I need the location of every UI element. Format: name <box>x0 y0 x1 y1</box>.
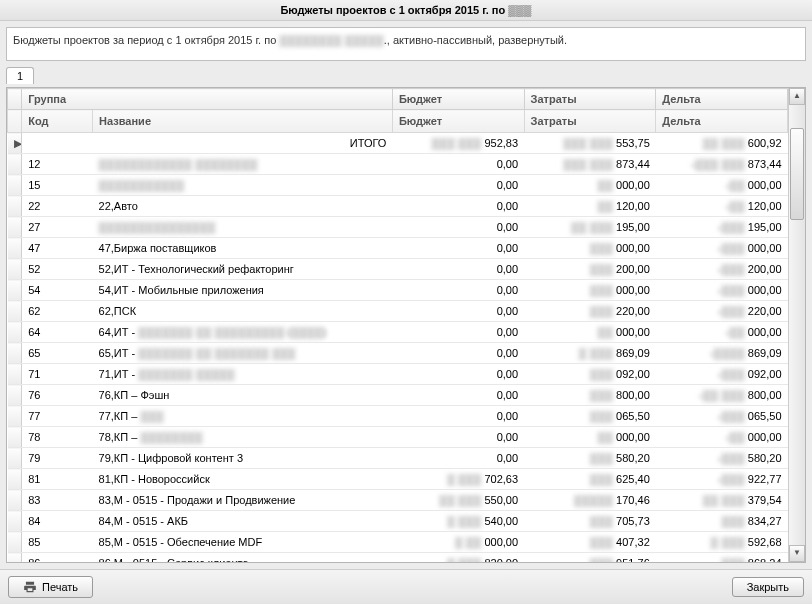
cell-cost: ▒▒ 000,00 <box>524 322 656 343</box>
row-indicator <box>8 448 22 469</box>
header-name[interactable]: Название <box>93 110 393 133</box>
header-delta[interactable]: Дельта <box>656 110 788 133</box>
header-group-cost[interactable]: Затраты <box>524 89 656 110</box>
cell-name: 77,КП – ▒▒▒ <box>93 406 393 427</box>
table-row[interactable]: 7676,КП – Фэшн0,00▒▒▒ 800,00-▒▒ ▒▒▒ 800,… <box>8 385 788 406</box>
cell-delta: -▒▒▒ 092,00 <box>656 364 788 385</box>
table-row[interactable]: 5454,ИТ - Мобильные приложения0,00▒▒▒ 00… <box>8 280 788 301</box>
table-row[interactable]: 8484,М - 0515 - АКБ▒ ▒▒▒ 540,00▒▒▒ 705,7… <box>8 511 788 532</box>
row-indicator <box>8 175 22 196</box>
header-cost[interactable]: Затраты <box>524 110 656 133</box>
cell-code: 12 <box>22 154 93 175</box>
table-row[interactable]: 6464,ИТ - ▒▒▒▒▒▒▒ ▒▒ ▒▒▒▒▒▒▒▒▒ (▒▒▒▒)0,0… <box>8 322 788 343</box>
row-indicator <box>8 532 22 553</box>
cell-name: 22,Авто <box>93 196 393 217</box>
cell-code: 83 <box>22 490 93 511</box>
row-indicator <box>8 154 22 175</box>
table-row[interactable]: 8686,М - 0515 - Сервис клиента▒ ▒▒▒ 820,… <box>8 553 788 563</box>
cell-code: 47 <box>22 238 93 259</box>
cell-cost: ▒▒▒ 951,76 <box>524 553 656 563</box>
header-code[interactable]: Код <box>22 110 93 133</box>
vertical-scrollbar[interactable]: ▲ ▼ <box>788 88 805 562</box>
print-button[interactable]: Печать <box>8 576 93 598</box>
cell-budget: 0,00 <box>392 448 524 469</box>
cell-name: 85,М - 0515 - Обеспечение MDF <box>93 532 393 553</box>
table-row[interactable]: 7777,КП – ▒▒▒0,00▒▒▒ 065,50-▒▒▒ 065,50 <box>8 406 788 427</box>
table-row[interactable]: 7979,КП - Цифровой контент 30,00▒▒▒ 580,… <box>8 448 788 469</box>
cell-delta: -▒▒▒ 922,77 <box>656 469 788 490</box>
tab-1[interactable]: 1 <box>6 67 34 84</box>
table-row[interactable]: 27▒▒▒▒▒▒▒▒▒▒▒▒▒▒▒0,00▒▒ ▒▒▒ 195,00-▒▒▒ 1… <box>8 217 788 238</box>
row-indicator <box>8 301 22 322</box>
cell-budget: 0,00 <box>392 427 524 448</box>
total-code <box>22 133 93 154</box>
cell-cost: ▒▒ 120,00 <box>524 196 656 217</box>
info-prefix: Бюджеты проектов за период с 1 октября 2… <box>13 34 279 46</box>
close-button[interactable]: Закрыть <box>732 577 804 597</box>
cell-budget: 0,00 <box>392 301 524 322</box>
cell-delta: ▒▒ ▒▒▒ 379,54 <box>656 490 788 511</box>
cell-name: ▒▒▒▒▒▒▒▒▒▒▒▒▒▒▒ <box>93 217 393 238</box>
total-row[interactable]: ▶ИТОГО▒▒▒ ▒▒▒ 952,83▒▒▒ ▒▒▒ 553,75▒▒ ▒▒▒… <box>8 133 788 154</box>
table-row[interactable]: 15▒▒▒▒▒▒▒▒▒▒▒0,00▒▒ 000,00-▒▒ 000,00 <box>8 175 788 196</box>
cell-budget: ▒ ▒▒ 000,00 <box>392 532 524 553</box>
table-row[interactable]: 8181,КП - Новороссийск▒ ▒▒▒ 702,63▒▒▒ 62… <box>8 469 788 490</box>
cell-delta: -▒▒ 000,00 <box>656 322 788 343</box>
cell-code: 81 <box>22 469 93 490</box>
header-indicator2[interactable] <box>8 110 22 133</box>
data-grid[interactable]: Группа Бюджет Затраты Дельта Код Названи… <box>7 88 788 562</box>
scroll-down-button[interactable]: ▼ <box>789 545 805 562</box>
grid-wrap: Группа Бюджет Затраты Дельта Код Названи… <box>6 87 806 563</box>
table-row[interactable]: 2222,Авто0,00▒▒ 120,00-▒▒ 120,00 <box>8 196 788 217</box>
cell-cost: ▒▒ ▒▒▒ 195,00 <box>524 217 656 238</box>
scroll-thumb[interactable] <box>790 128 804 220</box>
row-indicator <box>8 238 22 259</box>
header-indicator[interactable] <box>8 89 22 110</box>
cell-name: 47,Биржа поставщиков <box>93 238 393 259</box>
cell-delta: -▒▒▒ 220,00 <box>656 301 788 322</box>
row-indicator <box>8 406 22 427</box>
cell-budget: 0,00 <box>392 259 524 280</box>
cell-delta: -▒▒▒ 000,00 <box>656 238 788 259</box>
info-mask: ▒▒▒▒▒▒▒▒ ▒▒▒▒▒ <box>279 34 383 46</box>
table-row[interactable]: 5252,ИТ - Технологический рефакторинг0,0… <box>8 259 788 280</box>
table-row[interactable]: 12▒▒▒▒▒▒▒▒▒▒▒▒ ▒▒▒▒▒▒▒▒0,00▒▒▒ ▒▒▒ 873,4… <box>8 154 788 175</box>
cell-code: 85 <box>22 532 93 553</box>
cell-budget: 0,00 <box>392 322 524 343</box>
table-row[interactable]: 7171,ИТ - ▒▒▒▒▒▒▒ ▒▒▒▒▒0,00▒▒▒ 092,00-▒▒… <box>8 364 788 385</box>
cell-cost: ▒▒▒ 220,00 <box>524 301 656 322</box>
cell-name: ▒▒▒▒▒▒▒▒▒▒▒▒ ▒▒▒▒▒▒▒▒ <box>93 154 393 175</box>
header-budget[interactable]: Бюджет <box>392 110 524 133</box>
row-indicator: ▶ <box>8 133 22 154</box>
cell-delta: -▒▒ ▒▒▒ 800,00 <box>656 385 788 406</box>
table-row[interactable]: 4747,Биржа поставщиков0,00▒▒▒ 000,00-▒▒▒… <box>8 238 788 259</box>
header-group-delta[interactable]: Дельта <box>656 89 788 110</box>
table-row[interactable]: 7878,КП – ▒▒▒▒▒▒▒▒0,00▒▒ 000,00-▒▒ 000,0… <box>8 427 788 448</box>
table-row[interactable]: 6262,ПСК0,00▒▒▒ 220,00-▒▒▒ 220,00 <box>8 301 788 322</box>
table-row[interactable]: 8383,М - 0515 - Продажи и Продвижение▒▒ … <box>8 490 788 511</box>
row-indicator <box>8 217 22 238</box>
row-indicator <box>8 196 22 217</box>
cell-code: 52 <box>22 259 93 280</box>
scroll-up-button[interactable]: ▲ <box>789 88 805 105</box>
cell-delta: -▒▒▒ 065,50 <box>656 406 788 427</box>
cell-delta: ▒ ▒▒▒ 592,68 <box>656 532 788 553</box>
cell-budget: ▒ ▒▒▒ 820,00 <box>392 553 524 563</box>
cell-name: 62,ПСК <box>93 301 393 322</box>
row-indicator <box>8 259 22 280</box>
cell-cost: ▒▒▒▒▒ 170,46 <box>524 490 656 511</box>
cell-name: 78,КП – ▒▒▒▒▒▒▒▒ <box>93 427 393 448</box>
info-suffix: ., активно-пассивный, развернутый. <box>384 34 567 46</box>
header-group[interactable]: Группа <box>22 89 393 110</box>
cell-budget: ▒ ▒▒▒ 540,00 <box>392 511 524 532</box>
cell-cost: ▒▒▒ 625,40 <box>524 469 656 490</box>
table-row[interactable]: 6565,ИТ - ▒▒▒▒▒▒▒ ▒▒ ▒▒▒▒▒▒▒ ▒▒▒0,00▒ ▒▒… <box>8 343 788 364</box>
cell-cost: ▒▒▒ 065,50 <box>524 406 656 427</box>
cell-cost: ▒▒ 000,00 <box>524 175 656 196</box>
table-row[interactable]: 8585,М - 0515 - Обеспечение MDF▒ ▒▒ 000,… <box>8 532 788 553</box>
cell-budget: 0,00 <box>392 364 524 385</box>
total-budget: ▒▒▒ ▒▒▒ 952,83 <box>392 133 524 154</box>
row-indicator <box>8 469 22 490</box>
header-group-budget[interactable]: Бюджет <box>392 89 524 110</box>
cell-delta: -▒▒ 120,00 <box>656 196 788 217</box>
